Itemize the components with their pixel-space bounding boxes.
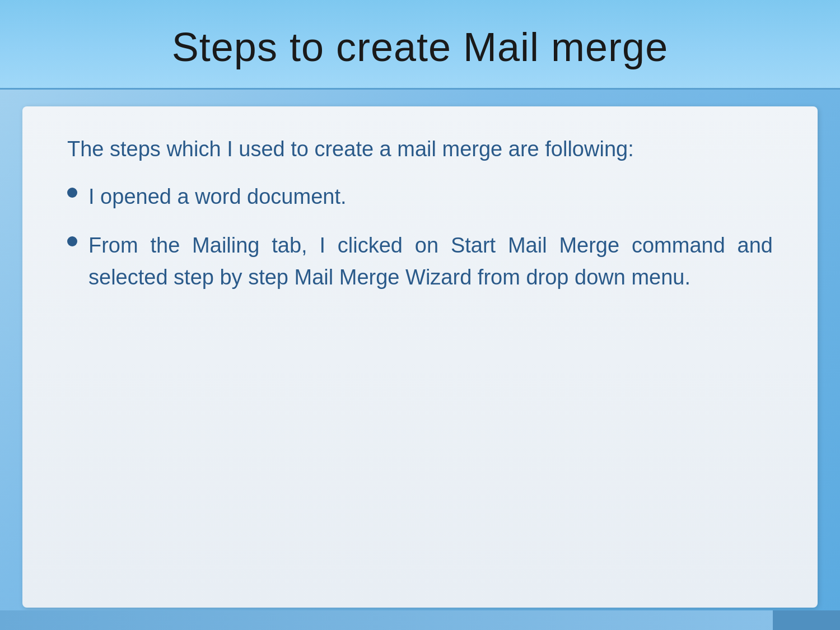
bullet-text-2: From the Mailing tab, I clicked on Start…: [88, 230, 773, 293]
slide-container: Steps to create Mail merge The steps whi…: [0, 0, 840, 630]
bullet-list: I opened a word document. From the Maili…: [67, 181, 773, 293]
content-section: The steps which I used to create a mail …: [22, 106, 818, 608]
bullet-text-1: I opened a word document.: [88, 181, 773, 213]
header-section: Steps to create Mail merge: [0, 0, 840, 90]
slide-title: Steps to create Mail merge: [172, 24, 668, 70]
bottom-bar-left: [0, 610, 773, 630]
bullet-dot-1: [67, 188, 77, 198]
bullet-item-1: I opened a word document.: [67, 181, 773, 213]
bullet-dot-2: [67, 236, 77, 246]
intro-paragraph: The steps which I used to create a mail …: [67, 134, 773, 164]
bottom-bar-right: [773, 610, 840, 630]
bullet-item-2: From the Mailing tab, I clicked on Start…: [67, 230, 773, 293]
